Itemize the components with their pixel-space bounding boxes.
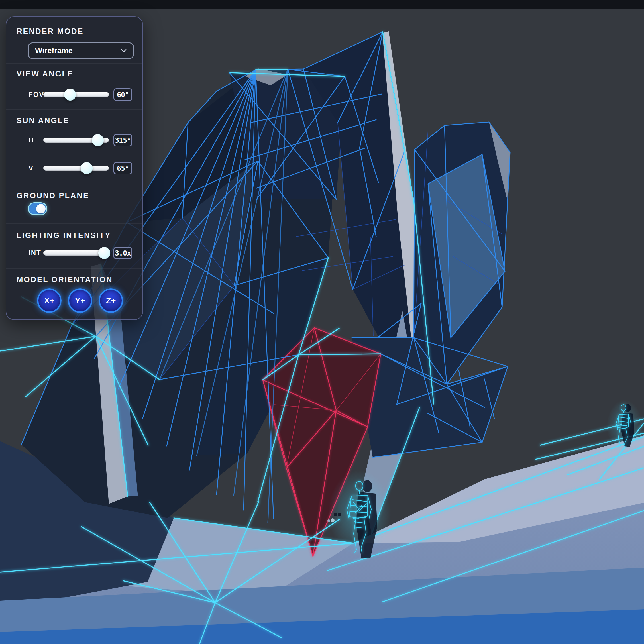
sun-v-value-badge: 65° <box>113 162 132 174</box>
section-divider <box>6 63 142 64</box>
orientation-buttons: X+ Y+ Z+ <box>37 288 132 313</box>
ground-plane-label: GROUND PLANE <box>17 191 132 200</box>
rotate-x-button[interactable]: X+ <box>37 288 62 313</box>
render-mode-select[interactable]: Wireframe <box>28 42 134 59</box>
rotate-y-button[interactable]: Y+ <box>68 288 92 313</box>
intensity-slider-row: INT 3.0x <box>17 245 132 261</box>
section-divider <box>6 223 142 224</box>
section-divider <box>6 185 142 185</box>
sun-angle-label: SUN ANGLE <box>17 116 132 125</box>
lighting-intensity-label: LIGHTING INTENSITY <box>17 231 132 240</box>
model-orientation-label: MODEL ORIENTATION <box>17 275 132 284</box>
human-figure-right <box>607 400 642 452</box>
sun-h-value-badge: 315° <box>113 134 132 146</box>
sun-h-slider-row: H 315° <box>17 132 132 148</box>
intensity-slider[interactable] <box>43 250 109 256</box>
section-divider <box>6 268 142 269</box>
sun-v-label: V <box>28 164 43 172</box>
intensity-value-badge: 3.0x <box>113 247 132 259</box>
intensity-slider-thumb[interactable] <box>98 247 110 259</box>
top-bar <box>0 0 644 9</box>
sun-v-slider-row: V 65° <box>17 160 132 176</box>
sun-h-slider[interactable] <box>43 138 109 143</box>
fov-label: FOV <box>28 91 43 99</box>
chevron-down-icon <box>121 49 127 53</box>
rotate-z-button[interactable]: Z+ <box>99 288 123 313</box>
sun-v-slider[interactable] <box>43 166 109 171</box>
sun-h-slider-thumb[interactable] <box>92 134 104 146</box>
view-angle-label: VIEW ANGLE <box>17 70 132 78</box>
app-window: RENDER MODE Wireframe VIEW ANGLE FOV 60°… <box>0 0 644 644</box>
section-divider <box>6 109 142 110</box>
fov-slider[interactable] <box>43 92 109 97</box>
settings-panel: RENDER MODE Wireframe VIEW ANGLE FOV 60°… <box>6 16 143 320</box>
fov-value-badge: 60° <box>113 88 132 101</box>
intensity-label: INT <box>28 249 43 257</box>
sun-v-slider-thumb[interactable] <box>81 162 93 174</box>
render-mode-value: Wireframe <box>35 46 73 55</box>
ground-plane-toggle[interactable] <box>28 202 47 215</box>
render-mode-label: RENDER MODE <box>17 27 132 36</box>
fov-slider-thumb[interactable] <box>64 89 76 101</box>
fov-slider-row: FOV 60° <box>17 87 132 103</box>
sun-h-label: H <box>28 136 43 144</box>
ground-plane-toggle-knob <box>36 204 46 213</box>
